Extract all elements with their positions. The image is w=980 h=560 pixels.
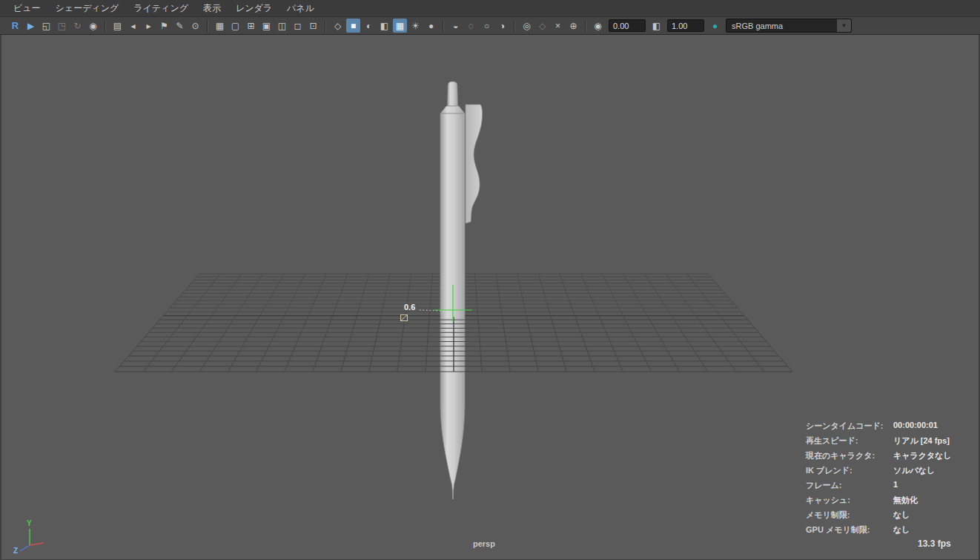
exposure-field[interactable]: 0.00 bbox=[609, 19, 646, 32]
menu-item-renderer[interactable]: レンダラ bbox=[228, 0, 279, 17]
camera-lock-icon[interactable]: ⊙ bbox=[188, 19, 202, 33]
image-plane-icon[interactable]: ▤ bbox=[110, 19, 125, 33]
y-axis-label: Y bbox=[27, 519, 32, 527]
safe-title-icon[interactable]: ⊡ bbox=[306, 19, 320, 33]
pen-shoulder bbox=[440, 106, 465, 113]
textured-checker-icon[interactable]: ▦ bbox=[393, 19, 407, 33]
use-default-material-icon[interactable]: ◧ bbox=[377, 19, 391, 33]
hud-label: IK ブレンド: bbox=[806, 465, 893, 476]
toolbar-separator bbox=[585, 20, 586, 32]
resolution-gate-icon[interactable]: ⊞ bbox=[244, 19, 258, 33]
hud-value: なし bbox=[893, 510, 910, 521]
textured-icon[interactable]: ◐ bbox=[362, 19, 376, 33]
toolbar-separator bbox=[207, 20, 208, 32]
hud-value: リアル [24 fps] bbox=[893, 435, 950, 447]
hud-label: メモリ制限: bbox=[806, 510, 893, 521]
exposure-icon[interactable]: ◉ bbox=[591, 19, 605, 33]
measurement-value: 0.6 bbox=[404, 303, 415, 312]
color-management-icon[interactable]: ● bbox=[708, 19, 722, 33]
view-transform-value: sRGB gamma bbox=[726, 22, 783, 30]
panel-menu-bar: ビューシェーディングライティング表示レンダラパネル bbox=[0, 0, 980, 17]
hud-readout: シーンタイムコード:00:00:00:01再生スピード:リアル [24 fps]… bbox=[806, 421, 952, 539]
motion-blur-icon[interactable]: ◌ bbox=[464, 19, 478, 33]
menu-item-lighting[interactable]: ライティング bbox=[126, 0, 196, 17]
bookmark-icon[interactable]: ⚑ bbox=[157, 19, 171, 33]
xray-joints-icon[interactable]: × bbox=[551, 19, 565, 33]
view-transform-select[interactable]: sRGB gamma▼ bbox=[726, 19, 852, 33]
gamma-field[interactable]: 1.00 bbox=[667, 19, 704, 32]
menu-item-shading[interactable]: シェーディング bbox=[48, 0, 127, 17]
depth-of-field-icon[interactable]: ◑ bbox=[495, 19, 509, 33]
toolbar-separator bbox=[514, 20, 515, 32]
film-gate-icon[interactable]: ▢ bbox=[228, 19, 242, 33]
gate-mask-icon[interactable]: ▣ bbox=[259, 19, 274, 33]
hud-label: 再生スピード: bbox=[806, 435, 893, 447]
hud-value: なし bbox=[893, 524, 910, 536]
wireframe-icon[interactable]: ◇ bbox=[331, 19, 345, 33]
occlusion-icon[interactable]: ◒ bbox=[448, 19, 463, 33]
hud-value: 1 bbox=[893, 480, 898, 489]
toolbar-separator bbox=[443, 20, 444, 32]
hud-row: 再生スピード:リアル [24 fps] bbox=[806, 435, 952, 450]
pen-clip bbox=[466, 105, 483, 223]
grid-icon[interactable]: ▦ bbox=[213, 19, 227, 33]
hud-row: 現在のキャラクタ:キャラクタなし bbox=[806, 450, 952, 465]
ground-grid-front bbox=[115, 317, 792, 372]
menu-item-panels[interactable]: パネル bbox=[279, 0, 322, 17]
hud-value: 00:00:00:01 bbox=[893, 421, 938, 429]
snapshot-camera-icon[interactable]: ◉ bbox=[86, 19, 100, 33]
hud-value: 無効化 bbox=[893, 495, 918, 506]
chevron-down-icon[interactable]: ▼ bbox=[836, 19, 851, 32]
field-chart-icon[interactable]: ◫ bbox=[275, 19, 289, 33]
playblast-icon[interactable]: ▶ bbox=[24, 19, 38, 33]
menu-item-show[interactable]: 表示 bbox=[196, 0, 228, 17]
hud-row: シーンタイムコード:00:00:00:01 bbox=[806, 421, 952, 435]
toolbar-separator bbox=[325, 20, 326, 32]
pen-knob bbox=[448, 82, 458, 106]
hud-label: キャッシュ: bbox=[806, 495, 893, 506]
hud-label: フレーム: bbox=[806, 480, 893, 491]
x-axis-line bbox=[30, 543, 44, 545]
grease-pencil-icon[interactable]: ✎ bbox=[173, 19, 187, 33]
hud-row: キャッシュ:無効化 bbox=[806, 495, 952, 510]
isolate-select-icon[interactable]: ◎ bbox=[520, 19, 534, 33]
panel-layout-icon[interactable]: ◱ bbox=[39, 19, 53, 33]
fps-readout: 13.3 fps bbox=[918, 538, 951, 549]
hud-value: キャラクタなし bbox=[893, 450, 952, 461]
xray-icon[interactable]: ◇ bbox=[535, 19, 549, 33]
next-view-icon[interactable]: ▸ bbox=[142, 19, 156, 33]
shadows-icon[interactable]: ● bbox=[424, 19, 438, 33]
hud-label: GPU メモリ制限: bbox=[806, 524, 893, 536]
tear-off-panel-icon[interactable]: ◳ bbox=[55, 19, 69, 33]
hud-row: IK ブレンド:ソルバなし bbox=[806, 465, 952, 480]
z-axis-label: Z bbox=[13, 547, 18, 554]
refresh-icon[interactable]: ↻ bbox=[70, 19, 85, 33]
gamma-icon[interactable]: ◧ bbox=[649, 19, 663, 33]
world-axis-gizmo: Y Z bbox=[10, 508, 49, 554]
smooth-shaded-icon[interactable]: ■ bbox=[346, 19, 360, 33]
toolbar-separator bbox=[105, 20, 106, 32]
z-axis-line bbox=[20, 545, 30, 551]
viewport-toolbar: R▶◱◳↻◉▤◂▸⚑✎⊙▦▢⊞▣◫◻⊡◇■◐◧▦☀●◒◌○◑◎◇×⊕◉0.00◧… bbox=[0, 17, 980, 35]
hud-value: ソルバなし bbox=[893, 465, 935, 476]
hud-row: フレーム:1 bbox=[806, 480, 952, 495]
use-all-lights-icon[interactable]: ☀ bbox=[408, 19, 423, 33]
camera-name-label: persp bbox=[473, 539, 495, 548]
hud-row: GPU メモリ制限:なし bbox=[806, 524, 952, 539]
renderer-r-icon[interactable]: R bbox=[8, 19, 22, 33]
pan-zoom-icon[interactable]: ⊕ bbox=[566, 19, 580, 33]
hud-label: シーンタイムコード: bbox=[806, 421, 893, 432]
safe-action-icon[interactable]: ◻ bbox=[291, 19, 305, 33]
viewport[interactable]: 0.6 シーンタイムコード:00:00:00:01再生スピード:リアル [24 … bbox=[0, 35, 980, 560]
hud-label: 現在のキャラクタ: bbox=[806, 450, 893, 461]
hud-row: メモリ制限:なし bbox=[806, 510, 952, 524]
menu-item-view[interactable]: ビュー bbox=[6, 0, 48, 17]
previous-view-icon[interactable]: ◂ bbox=[126, 19, 140, 33]
multisample-aa-icon[interactable]: ○ bbox=[480, 19, 494, 33]
